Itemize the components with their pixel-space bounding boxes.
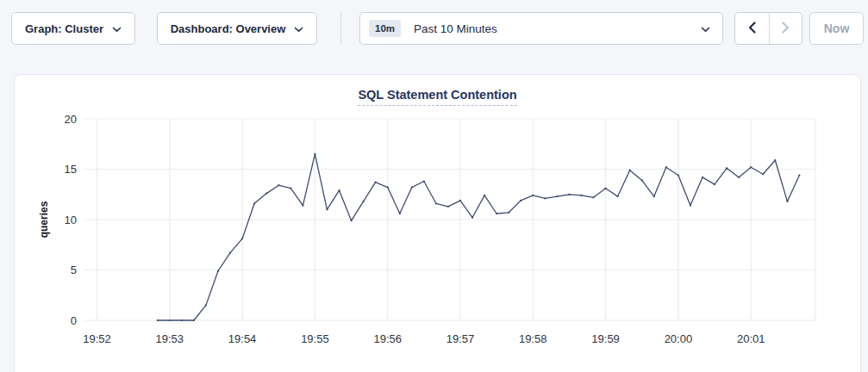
x-tick-label: 19:52 xyxy=(83,332,111,345)
now-button[interactable]: Now xyxy=(809,12,864,45)
data-point xyxy=(496,213,497,214)
dashboard-dropdown-label: Dashboard: Overview xyxy=(171,22,286,35)
data-point xyxy=(617,195,619,197)
chevron-left-icon xyxy=(747,21,757,37)
x-tick-label: 20:00 xyxy=(665,332,693,345)
data-point xyxy=(375,182,377,183)
data-point xyxy=(326,208,328,210)
y-tick-label: 10 xyxy=(65,214,77,226)
y-tick-label: 0 xyxy=(71,314,77,327)
data-point xyxy=(629,170,631,171)
data-point xyxy=(605,188,607,189)
data-point xyxy=(726,167,727,169)
data-point xyxy=(302,205,303,207)
chevron-right-icon xyxy=(781,21,790,37)
data-point xyxy=(690,205,691,207)
data-point xyxy=(774,159,776,161)
data-point xyxy=(363,201,365,202)
data-point xyxy=(314,153,315,155)
chart-card: SQL Statement Contention 0510152019:5219… xyxy=(14,74,861,372)
toolbar: Graph: Cluster Dashboard: Overview 10m P… xyxy=(0,0,868,60)
data-point xyxy=(399,213,401,214)
time-prev-button[interactable] xyxy=(735,13,769,44)
x-tick-label: 20:01 xyxy=(737,332,765,345)
data-point xyxy=(580,195,582,196)
data-point xyxy=(641,179,643,181)
y-tick-label: 5 xyxy=(71,264,77,276)
x-tick-label: 19:53 xyxy=(156,332,184,345)
y-axis-label: queries xyxy=(38,201,50,238)
data-point xyxy=(411,187,413,189)
data-point xyxy=(520,200,521,202)
data-point xyxy=(508,212,509,214)
data-point xyxy=(253,202,255,204)
data-point xyxy=(217,270,219,272)
data-point xyxy=(435,202,437,204)
data-point xyxy=(738,177,740,178)
data-point xyxy=(157,319,159,321)
x-tick-label: 19:58 xyxy=(519,332,547,345)
data-point xyxy=(290,188,291,189)
graph-dropdown-label: Graph: Cluster xyxy=(25,22,103,35)
data-point xyxy=(678,174,679,176)
data-point xyxy=(471,217,473,219)
time-step-buttons xyxy=(734,12,802,45)
chevron-down-icon xyxy=(294,27,303,33)
data-point xyxy=(169,319,171,321)
data-point xyxy=(714,183,715,185)
time-range-badge: 10m xyxy=(369,20,401,37)
data-point xyxy=(423,180,425,182)
toolbar-divider xyxy=(340,11,341,45)
data-point xyxy=(665,166,667,168)
graph-dropdown[interactable]: Graph: Cluster xyxy=(11,12,135,45)
data-point xyxy=(544,197,546,199)
data-point xyxy=(205,304,207,306)
data-point xyxy=(786,201,788,202)
data-point xyxy=(556,195,558,197)
x-tick-label: 19:59 xyxy=(591,332,620,345)
data-point xyxy=(568,194,570,195)
data-point xyxy=(241,238,243,239)
time-next-button[interactable] xyxy=(769,13,802,44)
y-tick-label: 20 xyxy=(65,113,77,126)
time-range-label: Past 10 Minutes xyxy=(414,22,497,35)
data-point xyxy=(459,200,461,202)
dashboard-dropdown[interactable]: Dashboard: Overview xyxy=(157,12,317,45)
time-range-dropdown[interactable]: 10m Past 10 Minutes xyxy=(359,12,723,45)
data-point xyxy=(387,187,389,189)
data-point xyxy=(798,174,800,176)
data-point xyxy=(484,195,485,196)
data-point xyxy=(592,196,594,198)
data-point xyxy=(181,319,183,321)
x-tick-label: 19:54 xyxy=(228,332,257,345)
x-tick-label: 19:56 xyxy=(373,332,402,345)
data-point xyxy=(278,184,279,186)
chevron-down-icon xyxy=(112,27,122,33)
data-point xyxy=(229,252,231,254)
data-point xyxy=(351,220,353,221)
data-point xyxy=(447,206,449,208)
data-point xyxy=(762,173,764,175)
sql-statement-contention-chart[interactable]: 0510152019:5219:5319:5419:5519:5619:5719… xyxy=(15,75,862,372)
data-point xyxy=(750,166,752,168)
data-point xyxy=(265,193,267,195)
data-point xyxy=(653,195,655,197)
data-point xyxy=(702,177,703,178)
chevron-down-icon xyxy=(701,27,710,33)
x-tick-label: 19:55 xyxy=(301,332,329,345)
data-point xyxy=(532,195,534,196)
data-point xyxy=(338,189,340,191)
series-line-queries xyxy=(158,154,800,320)
x-tick-label: 19:57 xyxy=(446,332,475,345)
data-point xyxy=(193,319,195,321)
y-tick-label: 15 xyxy=(65,163,77,176)
